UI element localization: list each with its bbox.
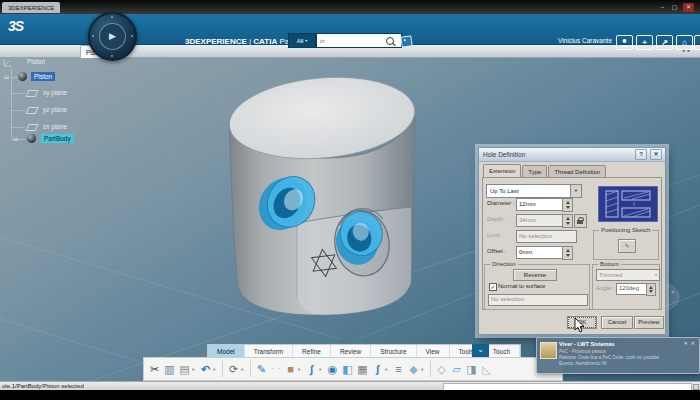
action-bar-overflow-chevron-icon[interactable]: ⌄ <box>472 344 489 357</box>
limit-input[interactable]: No selection <box>516 230 577 243</box>
tree-expand-icon[interactable]: ⊟ <box>13 136 18 142</box>
tab-type[interactable]: Type <box>522 165 547 178</box>
search-input[interactable] <box>317 38 386 44</box>
chevron-down-icon[interactable]: ▾ <box>570 185 581 197</box>
multi-pad-icon[interactable]: ≡ <box>391 358 406 380</box>
user-profile-icon[interactable] <box>616 35 633 50</box>
angle-input[interactable]: 120deg <box>616 283 650 295</box>
dropdown-caret-icon[interactable]: ▾ <box>421 367 427 372</box>
close-window-button[interactable]: ✕ <box>683 3 694 12</box>
toolbar-separator <box>222 361 223 377</box>
sketch-icon[interactable]: ✎ <box>254 358 269 380</box>
partbody-icon[interactable] <box>27 134 36 143</box>
sweep-icon[interactable]: ◆ <box>406 358 421 380</box>
update-icon[interactable]: ⟳ <box>226 358 241 380</box>
chamfer-icon[interactable]: ◇ <box>434 358 449 380</box>
action-bar-toolbar: ✂ ▥ ▤ ▾ ↶ ▾ ⟳ ▾ ✎ · · ■ ▾ ∫ ▾ ◉ ◧ ▦ ʃ ▾ … <box>143 357 563 381</box>
dialog-titlebar[interactable]: Hole Definition ? ✕ <box>479 148 665 162</box>
part-icon[interactable] <box>18 72 27 81</box>
disabled-feature-icon: ◺ <box>479 358 494 380</box>
status-message: ole.1/PartBody/Piston selected <box>2 383 84 389</box>
piston-3d-model[interactable] <box>226 70 418 315</box>
window-app-label: 3DEXPERIENCE <box>2 2 60 13</box>
option-dot-icon[interactable]: · <box>269 358 276 380</box>
search-icon[interactable] <box>386 37 394 45</box>
tree-item-piston[interactable]: Piston <box>31 72 55 81</box>
toast-title: Viver - LWT Sistemas <box>559 341 615 347</box>
dialog-help-button[interactable]: ? <box>635 149 647 160</box>
tree-item-partbody[interactable]: PartBody <box>41 134 74 143</box>
toast-expand-icon[interactable]: ▾ <box>684 340 687 346</box>
share-icon[interactable]: ↗ <box>656 35 673 50</box>
mouse-cursor <box>574 318 586 334</box>
toast-line: Evento: Atendimento IN <box>559 361 691 366</box>
option-dot-icon[interactable]: · <box>276 358 283 380</box>
user-name[interactable]: Vinicius Caravante <box>540 37 612 44</box>
positioning-sketch-button[interactable]: ✎ <box>618 239 636 253</box>
thickness-icon[interactable]: ◨ <box>464 358 479 380</box>
preview-button[interactable]: Preview <box>634 316 664 329</box>
pocket-icon[interactable]: ▦ <box>355 358 370 380</box>
normal-to-surface-checkbox[interactable]: ✓ <box>489 283 497 291</box>
angle-spinner[interactable] <box>646 283 656 296</box>
search-bar: All ▾ <box>288 34 402 47</box>
home-icon[interactable]: ⌂ <box>676 35 693 50</box>
chevron-down-icon: ▾ <box>305 38 307 43</box>
notification-toast[interactable]: Viver - LWT Sistemas ▾ ✕ PeC - Próximos … <box>536 337 700 374</box>
depth-lock-button[interactable] <box>574 214 587 228</box>
toolbar-separator <box>250 361 251 377</box>
direction-label: Direction <box>490 261 518 267</box>
normal-to-surface-label: Normal to surface <box>498 283 545 289</box>
minimize-button[interactable]: – <box>657 3 668 12</box>
reverse-button[interactable]: Reverse <box>513 269 557 281</box>
rib-icon[interactable]: ʃ <box>370 358 385 380</box>
tree-item-xy-plane[interactable]: xy plane <box>43 89 67 96</box>
search-scope-dropdown[interactable]: All ▾ <box>288 33 316 48</box>
letterbox <box>0 390 700 400</box>
offset-spinner[interactable] <box>562 246 573 260</box>
offset-input[interactable]: 0mm <box>516 246 566 259</box>
fillet-icon[interactable]: ◧ <box>340 358 355 380</box>
tree-item-zx-plane[interactable]: zx plane <box>43 123 67 130</box>
tag-icon[interactable] <box>400 35 412 47</box>
hole-section-preview <box>598 186 658 222</box>
tab-thread-definition[interactable]: Thread Definition <box>548 165 606 178</box>
diameter-spinner[interactable] <box>562 198 573 212</box>
cancel-button[interactable]: Cancel <box>601 316 633 329</box>
direction-selection-input[interactable]: No selection <box>488 294 588 306</box>
extension-type-dropdown[interactable]: Up To Last ▾ <box>486 184 582 198</box>
groove-icon[interactable]: ◉ <box>325 358 340 380</box>
toast-thumbnail <box>540 342 557 359</box>
angle-label: Angle : <box>596 285 615 291</box>
help-icon[interactable]: ? <box>694 35 700 50</box>
direction-group: Direction Reverse ✓ Normal to surface No… <box>484 264 590 310</box>
dropdown-caret-icon[interactable]: ▾ <box>241 367 247 372</box>
undo-icon[interactable]: ↶ <box>198 358 213 380</box>
tab-extension[interactable]: Extension <box>483 164 521 178</box>
3dexperience-compass[interactable]: ▶ <box>88 12 137 61</box>
depth-input[interactable]: 34mm <box>516 214 566 227</box>
pad-icon[interactable]: ■ <box>283 358 298 380</box>
app-name: CATIA <box>253 37 277 46</box>
hole-icon[interactable]: ∫ <box>304 358 319 380</box>
diameter-label: Diameter : <box>487 200 515 206</box>
tree-expand-icon[interactable]: ⊟ <box>4 74 9 80</box>
shell-icon[interactable]: ▱ <box>449 358 464 380</box>
add-icon[interactable]: + <box>636 35 653 50</box>
diameter-input[interactable]: 12mm <box>516 198 566 211</box>
maximize-button[interactable]: ▢ <box>669 3 680 12</box>
dialog-close-button[interactable]: ✕ <box>650 149 662 160</box>
dropdown-caret-icon[interactable]: ▾ <box>213 367 219 372</box>
toast-line: PeC - Próximos passos <box>559 349 691 354</box>
search-field-wrap <box>316 33 402 48</box>
toast-close-icon[interactable]: ✕ <box>691 340 695 346</box>
paste-icon[interactable]: ▤ <box>177 358 192 380</box>
copy-icon[interactable]: ▥ <box>162 358 177 380</box>
compass-play-icon[interactable]: ▶ <box>90 14 135 59</box>
tree-root-label[interactable]: Piston <box>27 58 45 65</box>
bottom-type-dropdown[interactable]: Trimmed ▾ <box>596 269 660 281</box>
tree-item-yz-plane[interactable]: yz plane <box>43 106 67 113</box>
axis-system-icon <box>2 57 13 68</box>
cut-icon[interactable]: ✂ <box>147 358 162 380</box>
depth-spinner[interactable] <box>562 214 573 228</box>
